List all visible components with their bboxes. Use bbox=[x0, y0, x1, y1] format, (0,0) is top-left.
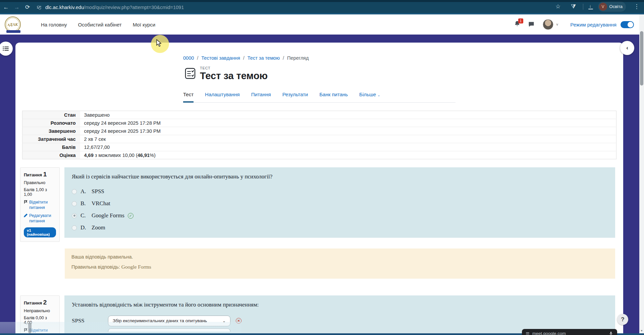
question-version-badge[interactable]: v1 (найновіша) bbox=[24, 227, 56, 237]
attempt-summary-table: СтанЗавершено Розпочатосереду 24 вересня… bbox=[22, 111, 616, 159]
back-button[interactable]: ← bbox=[1, 3, 11, 12]
tab-questions[interactable]: Питання bbox=[251, 92, 271, 102]
feedback-correct-answer: Google Forms bbox=[121, 264, 151, 270]
profile-avatar: V bbox=[599, 3, 607, 11]
radio-button bbox=[72, 201, 77, 206]
tab-more[interactable]: Більше⌄ bbox=[359, 92, 380, 102]
correct-check-icon: ✓ bbox=[128, 213, 133, 219]
main-content-card: 0000/Тестові завдання/Тест за темою/Пере… bbox=[15, 43, 623, 335]
tab-quiz[interactable]: Тест bbox=[183, 92, 194, 103]
question-text: Установіть відповідність між інструменто… bbox=[72, 301, 608, 308]
table-row: Розпочатосереду 24 вересня 2025 17:28 PM bbox=[22, 119, 616, 127]
question-1-info: Питання 1 Правильно Балів 1,00 з 1,00 Ві… bbox=[20, 167, 60, 242]
incorrect-cross-icon: ✕ bbox=[236, 318, 241, 324]
site-logo[interactable]: хДАК bbox=[5, 16, 21, 33]
chrome-divider bbox=[583, 4, 583, 10]
select-chevron-icon: ⌄ bbox=[222, 319, 226, 323]
feedback-verdict: Ваша відповідь правильна. bbox=[71, 254, 608, 260]
table-row: Затрачений час2 хв 7 сек bbox=[22, 135, 616, 143]
answer-option: A. SPSS bbox=[72, 188, 608, 195]
option-text: VRChat bbox=[92, 200, 110, 207]
breadcrumb-link-quiz[interactable]: Тест за темою bbox=[248, 55, 280, 61]
secondary-navigation: Тест Налаштування Питання Результати Бан… bbox=[183, 92, 455, 103]
question-marks: Балів 0,00 з 4,00 bbox=[24, 316, 56, 325]
question-number: 1 bbox=[43, 171, 47, 178]
feedback-correct-label: Правильна відповідь: bbox=[71, 264, 121, 270]
tab-settings[interactable]: Налаштування bbox=[205, 92, 240, 102]
radio-button-selected bbox=[72, 213, 77, 218]
block-drawer-button[interactable]: ‹ bbox=[620, 41, 634, 55]
nav-link-courses[interactable]: Мої курси bbox=[133, 22, 156, 27]
question-1-feedback: Ваша відповідь правильна. Правильна відп… bbox=[65, 248, 615, 279]
radio-button bbox=[72, 225, 77, 230]
nav-link-home[interactable]: На головну bbox=[41, 22, 67, 27]
notification-badge: 1 bbox=[518, 18, 523, 23]
messages-icon[interactable] bbox=[528, 21, 535, 28]
notifications-button[interactable]: 1 bbox=[514, 20, 521, 29]
flag-question-link[interactable]: Відмітити bbox=[24, 328, 56, 333]
microphone-icon bbox=[609, 331, 613, 335]
scrollbar-thumb[interactable] bbox=[640, 31, 643, 86]
answer-option: B. VRChat bbox=[72, 200, 608, 207]
chevron-down-icon: ⌄ bbox=[377, 93, 380, 97]
activity-type-label: ТЕСТ bbox=[200, 66, 268, 70]
address-bar[interactable]: dlc.ac.kharkiv.edu/mod/quiz/review.php?a… bbox=[45, 5, 184, 10]
course-index-drawer-button[interactable] bbox=[0, 42, 13, 56]
edit-mode-label: Режим редагування bbox=[570, 22, 616, 27]
pencil-icon bbox=[24, 214, 28, 217]
page-scrollbar[interactable]: ▼ bbox=[639, 14, 644, 335]
question-state: Правильно bbox=[24, 180, 56, 185]
downloads-icon[interactable]: ↓ bbox=[588, 4, 593, 9]
bookmark-star-icon[interactable]: ☆ bbox=[553, 2, 563, 11]
answer-option: D. Zoom bbox=[72, 224, 608, 231]
question-marks: Балів 1,00 з 1,00 bbox=[24, 187, 56, 197]
nav-link-dashboard[interactable]: Особистий кабінет bbox=[78, 22, 122, 27]
match-answer-select-partial[interactable] bbox=[108, 328, 230, 332]
answer-option-selected: C. Google Forms ✓ bbox=[72, 212, 608, 219]
question-state: Неправильно bbox=[24, 309, 56, 313]
user-avatar[interactable] bbox=[543, 19, 553, 30]
question-2-info: Питання 2 Неправильно Балів 0,00 з 4,00 … bbox=[20, 295, 60, 335]
scroll-down-arrow-icon[interactable]: ▼ bbox=[639, 329, 644, 332]
radio-button bbox=[72, 189, 77, 194]
tab-question-bank[interactable]: Банк питань bbox=[319, 92, 348, 102]
flag-question-link[interactable]: Відмітити питання bbox=[24, 200, 56, 210]
list-icon bbox=[3, 46, 9, 51]
meet-pip-window[interactable]: meet.google.com bbox=[522, 329, 617, 335]
quiz-icon bbox=[185, 67, 196, 79]
user-menu-chevron-icon[interactable]: ˅ bbox=[556, 22, 558, 26]
match-item-label: SPSS bbox=[72, 318, 108, 324]
page-background: ‹ 0000/Тестові завдання/Тест за темою/Пе… bbox=[0, 35, 644, 335]
mouse-cursor bbox=[156, 39, 162, 47]
meet-url: meet.google.com bbox=[532, 331, 566, 335]
logo-ribbon bbox=[6, 30, 20, 33]
chrome-menu-icon[interactable]: ⋮ bbox=[632, 2, 641, 11]
edit-question-link[interactable]: Редагувати питання bbox=[24, 213, 56, 224]
question-text: Який із сервісів найчастіше використовує… bbox=[72, 173, 608, 180]
extensions-icon[interactable]: ⧩ bbox=[569, 2, 578, 11]
site-info-icon bbox=[526, 332, 529, 334]
browser-chrome: ← → ⟳ dlc.ac.kharkiv.edu/mod/quiz/review… bbox=[0, 0, 644, 14]
reload-button[interactable]: ⟳ bbox=[23, 3, 32, 12]
edit-mode-toggle[interactable] bbox=[621, 21, 634, 28]
flag-icon bbox=[24, 200, 28, 204]
question-1: Питання 1 Правильно Балів 1,00 з 1,00 Ві… bbox=[20, 167, 615, 242]
table-row: Балів12,67/27,00 bbox=[22, 143, 616, 151]
table-row: Завершеносереду 24 вересня 2025 17:30 PM bbox=[22, 127, 616, 135]
site-navbar: хДАК На головну Особистий кабінет Мої ку… bbox=[0, 14, 644, 35]
browser-profile[interactable]: V Освіта bbox=[598, 2, 626, 12]
question-1-formulation: Який із сервісів найчастіше використовує… bbox=[64, 167, 615, 238]
option-text: SPSS bbox=[92, 188, 104, 195]
match-answer-select[interactable]: Збір експериментальних даних та опитуван… bbox=[108, 316, 230, 326]
forward-button[interactable]: → bbox=[12, 3, 21, 12]
breadcrumb-current: Перегляд bbox=[287, 55, 309, 61]
option-text: Zoom bbox=[92, 224, 105, 231]
site-info-icon[interactable] bbox=[37, 6, 41, 8]
breadcrumb: 0000/Тестові завдання/Тест за темою/Пере… bbox=[183, 55, 455, 61]
tab-results[interactable]: Результати bbox=[282, 92, 308, 102]
breadcrumb-link-course[interactable]: 0000 bbox=[183, 55, 194, 61]
help-button[interactable]: ? bbox=[617, 314, 628, 325]
breadcrumb-link-section[interactable]: Тестові завдання bbox=[201, 55, 240, 61]
table-row: СтанЗавершено bbox=[22, 111, 616, 119]
flag-icon bbox=[24, 328, 28, 332]
